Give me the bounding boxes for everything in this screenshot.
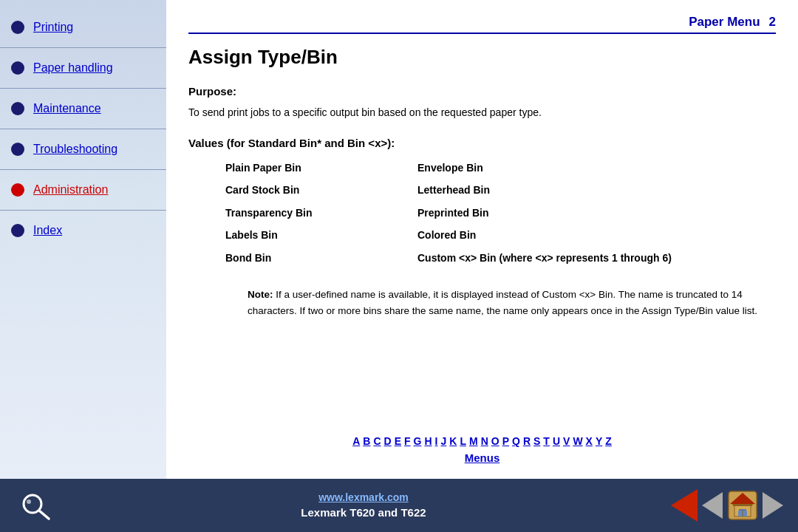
index-menus-link[interactable]: Menus xyxy=(188,451,776,464)
sidebar-item-index[interactable]: Index xyxy=(0,211,166,250)
page-title: Assign Type/Bin xyxy=(188,46,776,69)
sidebar-dot-printing xyxy=(11,21,24,34)
values-table: Plain Paper BinEnvelope BinCard Stock Bi… xyxy=(225,160,776,266)
index-letter-D[interactable]: D xyxy=(384,435,392,447)
sidebar-item-printing[interactable]: Printing xyxy=(0,7,166,47)
sidebar-dot-index xyxy=(11,224,24,237)
index-bar: ABCDEFGHIJKLMNOPQRSTUVWXYZ Menus xyxy=(188,420,776,464)
note-text: If a user-defined name is available, it … xyxy=(248,289,757,316)
index-letter-G[interactable]: G xyxy=(414,435,422,447)
values-label: Values (for Standard Bin* and Bin <x>): xyxy=(188,137,776,149)
sidebar-dot-administration xyxy=(11,183,24,197)
index-letter-J[interactable]: J xyxy=(440,435,446,447)
index-letter-Y[interactable]: Y xyxy=(596,435,602,447)
index-letter-W[interactable]: W xyxy=(573,435,582,447)
sidebar-label-paper-handling: Paper handling xyxy=(33,61,113,75)
index-letter-A[interactable]: A xyxy=(352,435,360,447)
index-letter-F[interactable]: F xyxy=(404,435,411,447)
index-letter-V[interactable]: V xyxy=(563,435,570,447)
note-label: Note: xyxy=(248,289,273,300)
value-col2: Letterhead Bin xyxy=(417,182,776,198)
index-letter-R[interactable]: R xyxy=(523,435,531,447)
nav-prev-button[interactable] xyxy=(702,492,723,519)
index-letter-O[interactable]: O xyxy=(491,435,499,447)
footer-url[interactable]: www.lexmark.com xyxy=(56,491,671,503)
footer-nav xyxy=(671,489,783,522)
purpose-label: Purpose: xyxy=(188,85,776,98)
index-letter-K[interactable]: K xyxy=(449,435,457,447)
value-col1: Plain Paper Bin xyxy=(225,160,403,176)
index-letter-Q[interactable]: Q xyxy=(512,435,520,447)
value-col2: Preprinted Bin xyxy=(417,205,776,221)
footer: www.lexmark.com Lexmark T620 and T622 xyxy=(0,479,798,532)
sidebar-dot-maintenance xyxy=(11,102,24,115)
footer-model: Lexmark T620 and T622 xyxy=(301,506,426,519)
index-letter-C[interactable]: C xyxy=(373,435,381,447)
index-letter-I[interactable]: I xyxy=(435,435,438,447)
purpose-text: To send print jobs to a specific output … xyxy=(188,105,776,120)
sidebar-item-paper-handling[interactable]: Paper handling xyxy=(0,48,166,88)
search-button[interactable] xyxy=(15,486,56,525)
value-col2: Custom <x> Bin (where <x> represents 1 t… xyxy=(417,250,776,266)
index-letter-Z[interactable]: Z xyxy=(605,435,612,447)
index-letter-E[interactable]: E xyxy=(395,435,401,447)
next-arrow-icon xyxy=(763,492,783,519)
value-col2: Colored Bin xyxy=(417,227,776,243)
footer-center: www.lexmark.com Lexmark T620 and T622 xyxy=(56,491,671,519)
value-col1: Card Stock Bin xyxy=(225,182,403,198)
value-col2: Envelope Bin xyxy=(417,160,776,176)
value-col1: Transparency Bin xyxy=(225,205,403,221)
index-letter-T[interactable]: T xyxy=(543,435,550,447)
index-letter-N[interactable]: N xyxy=(481,435,488,447)
value-col1: Labels Bin xyxy=(225,227,403,243)
sidebar-label-index: Index xyxy=(33,224,62,237)
index-letter-B[interactable]: B xyxy=(363,435,370,447)
note-block: Note: If a user-defined name is availabl… xyxy=(248,287,761,318)
svg-point-2 xyxy=(27,499,31,504)
back-arrow-icon xyxy=(671,489,698,522)
index-letter-U[interactable]: U xyxy=(553,435,560,447)
index-letter-M[interactable]: M xyxy=(469,435,478,447)
index-letter-P[interactable]: P xyxy=(502,435,509,447)
index-letters: ABCDEFGHIJKLMNOPQRSTUVWXYZ xyxy=(188,435,776,447)
index-letter-S[interactable]: S xyxy=(533,435,540,447)
content-area: Paper Menu 2 Assign Type/Bin Purpose: To… xyxy=(166,0,798,479)
nav-back-button[interactable] xyxy=(671,489,698,522)
search-icon xyxy=(19,489,52,522)
index-letter-L[interactable]: L xyxy=(460,435,466,447)
sidebar-item-maintenance[interactable]: Maintenance xyxy=(0,89,166,129)
sidebar-label-maintenance: Maintenance xyxy=(33,102,101,115)
sidebar: PrintingPaper handlingMaintenanceTrouble… xyxy=(0,0,166,479)
home-button[interactable] xyxy=(727,490,758,521)
svg-line-1 xyxy=(39,511,49,519)
index-letter-H[interactable]: H xyxy=(424,435,432,447)
value-col1: Bond Bin xyxy=(225,250,403,266)
sidebar-label-printing: Printing xyxy=(33,21,73,34)
sidebar-label-administration: Administration xyxy=(33,183,108,197)
index-letter-X[interactable]: X xyxy=(586,435,593,447)
header-title: Paper Menu xyxy=(689,15,760,30)
sidebar-dot-paper-handling xyxy=(11,61,24,75)
home-icon xyxy=(727,490,758,521)
prev-arrow-icon xyxy=(702,492,723,519)
sidebar-item-administration[interactable]: Administration xyxy=(0,170,166,210)
main-container: PrintingPaper handlingMaintenanceTrouble… xyxy=(0,0,798,479)
content-header: Paper Menu 2 xyxy=(188,15,776,34)
sidebar-item-troubleshooting[interactable]: Troubleshooting xyxy=(0,129,166,169)
nav-next-button[interactable] xyxy=(763,492,783,519)
sidebar-dot-troubleshooting xyxy=(11,143,24,156)
header-page: 2 xyxy=(769,15,776,30)
sidebar-label-troubleshooting: Troubleshooting xyxy=(33,143,117,156)
